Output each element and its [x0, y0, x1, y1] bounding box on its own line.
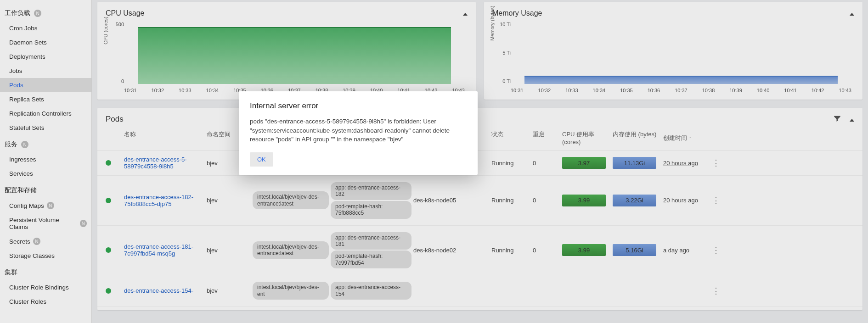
- dialog-body: pods "des-entrance-access-5-58979c4558-9…: [250, 117, 467, 144]
- dialog-title: Internal server error: [250, 101, 467, 111]
- error-dialog: Internal server error pods "des-entrance…: [239, 91, 478, 175]
- ok-button[interactable]: OK: [250, 152, 273, 167]
